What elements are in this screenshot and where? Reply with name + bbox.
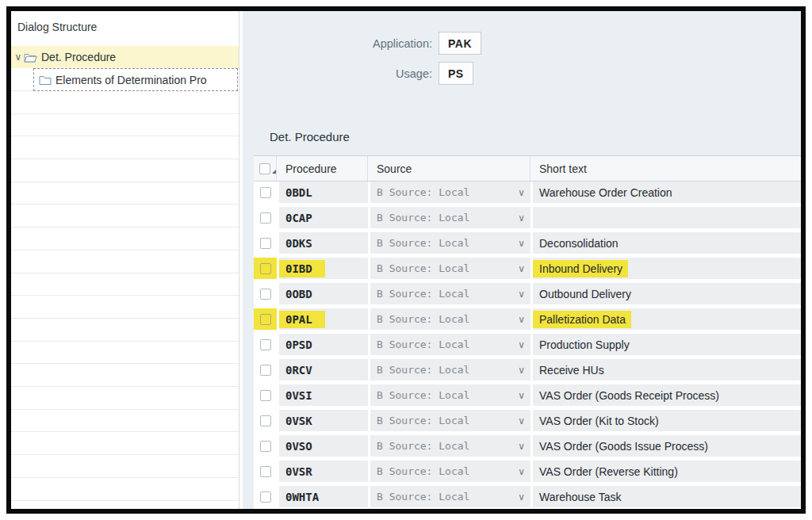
table-row[interactable]: 0RCV B Source: Local∨ Receive HUs — [254, 359, 801, 380]
chevron-down-icon[interactable]: ∨ — [13, 52, 24, 62]
row-select-cell[interactable] — [254, 207, 277, 228]
source-cell[interactable]: B Source: Local∨ — [370, 334, 530, 355]
procedure-cell[interactable]: 0IBD — [279, 258, 368, 279]
row-checkbox[interactable] — [260, 365, 271, 376]
table-row-highlighted[interactable]: 0PAL B Source: Local∨ Palletization Data — [254, 308, 801, 330]
source-cell[interactable]: B Source: Local∨ — [370, 384, 530, 406]
dropdown-chevron-icon[interactable]: ∨ — [518, 340, 525, 350]
procedure-cell[interactable]: 0WHTA — [279, 486, 368, 507]
short-text-cell[interactable] — [533, 207, 801, 228]
dropdown-chevron-icon[interactable]: ∨ — [518, 213, 525, 223]
short-text-cell[interactable]: Warehouse Order Creation — [533, 182, 801, 203]
source-cell[interactable]: B Source: Local∨ — [370, 461, 530, 482]
table-row[interactable]: 0CAP B Source: Local∨ — [254, 207, 801, 228]
procedure-cell[interactable]: 0VSK — [279, 410, 368, 431]
source-cell[interactable]: B Source: Local∨ — [370, 283, 530, 304]
row-select-cell[interactable] — [254, 334, 277, 355]
source-cell[interactable]: B Source: Local∨ — [370, 232, 530, 254]
dropdown-chevron-icon[interactable]: ∨ — [518, 315, 525, 324]
dropdown-chevron-icon[interactable]: ∨ — [518, 416, 525, 426]
row-checkbox[interactable] — [260, 238, 271, 249]
application-field[interactable]: PAK — [439, 32, 481, 55]
short-text-cell[interactable]: VAS Order (Goods Issue Process) — [533, 435, 801, 457]
dropdown-chevron-icon[interactable]: ∨ — [518, 492, 525, 502]
row-select-cell[interactable] — [254, 283, 277, 304]
row-select-cell[interactable] — [254, 410, 277, 431]
source-cell[interactable]: B Source: Local∨ — [370, 435, 530, 457]
table-row[interactable]: 0BDL B Source: Local∨ Warehouse Order Cr… — [254, 182, 801, 203]
table-row[interactable]: 0PSD B Source: Local∨ Production Supply — [254, 334, 801, 355]
source-cell[interactable]: B Source: Local∨ — [370, 308, 530, 330]
procedure-cell[interactable]: 0DKS — [279, 232, 368, 254]
dropdown-chevron-icon[interactable]: ∨ — [518, 442, 525, 451]
source-cell[interactable]: B Source: Local∨ — [370, 486, 530, 507]
table-row[interactable]: 0DKS B Source: Local∨ Deconsolidation — [254, 232, 801, 254]
dropdown-chevron-icon[interactable]: ∨ — [518, 188, 525, 197]
row-checkbox[interactable] — [260, 415, 271, 426]
row-select-cell[interactable] — [254, 384, 277, 406]
usage-field[interactable]: PS — [439, 62, 473, 85]
procedure-cell[interactable]: 0CAP — [279, 207, 368, 228]
table-row[interactable]: 0OBD B Source: Local∨ Outbound Delivery — [254, 283, 801, 304]
source-cell[interactable]: B Source: Local∨ — [370, 207, 530, 228]
row-checkbox[interactable] — [260, 212, 271, 224]
tree-node-det-procedure[interactable]: ∨ Det. Procedure — [11, 46, 239, 68]
procedure-cell[interactable]: 0OBD — [279, 283, 368, 304]
row-select-cell[interactable] — [254, 232, 277, 254]
procedure-cell[interactable]: 0VSO — [279, 435, 368, 457]
dropdown-chevron-icon[interactable]: ∨ — [518, 264, 525, 273]
row-checkbox[interactable] — [260, 314, 271, 325]
row-checkbox[interactable] — [260, 187, 271, 198]
row-select-cell[interactable] — [254, 308, 277, 330]
short-text-cell[interactable]: Warehouse Task — [533, 486, 801, 507]
row-select-cell[interactable] — [254, 461, 277, 482]
row-select-cell[interactable] — [254, 359, 277, 380]
row-checkbox[interactable] — [260, 339, 271, 350]
short-text-cell[interactable]: Palletization Data — [533, 308, 801, 330]
column-header-procedure[interactable]: Procedure — [279, 156, 368, 181]
short-text-cell[interactable]: VAS Order (Goods Receipt Process) — [533, 384, 801, 406]
table-row[interactable]: 0WHTA B Source: Local∨ Warehouse Task — [254, 486, 801, 507]
table-row[interactable]: 0VSI B Source: Local∨ VAS Order (Goods R… — [254, 384, 801, 406]
row-select-cell[interactable] — [254, 435, 277, 457]
short-text-cell[interactable]: Inbound Delivery — [533, 258, 801, 279]
procedure-cell[interactable]: 0RCV — [279, 359, 368, 380]
row-checkbox[interactable] — [260, 289, 271, 300]
dropdown-chevron-icon[interactable]: ∨ — [518, 365, 525, 375]
row-checkbox[interactable] — [260, 263, 271, 274]
table-row[interactable]: 0VSR B Source: Local∨ VAS Order (Reverse… — [254, 461, 801, 482]
column-header-source[interactable]: Source — [370, 156, 530, 181]
row-select-cell[interactable] — [254, 258, 277, 279]
dropdown-chevron-icon[interactable]: ∨ — [518, 467, 525, 476]
row-checkbox[interactable] — [260, 390, 271, 401]
dropdown-chevron-icon[interactable]: ∨ — [518, 391, 525, 400]
short-text-cell[interactable]: Outbound Delivery — [533, 283, 801, 304]
procedure-cell[interactable]: 0PSD — [279, 334, 368, 355]
procedure-cell[interactable]: 0VSR — [279, 461, 368, 482]
source-cell[interactable]: B Source: Local∨ — [370, 258, 530, 279]
short-text-cell[interactable]: Receive HUs — [533, 359, 801, 380]
source-cell[interactable]: B Source: Local∨ — [370, 359, 530, 380]
short-text-cell[interactable]: VAS Order (Reverse Kitting) — [533, 461, 801, 482]
procedure-cell[interactable]: 0VSI — [279, 384, 368, 406]
source-cell[interactable]: B Source: Local∨ — [370, 182, 530, 203]
table-row[interactable]: 0VSK B Source: Local∨ VAS Order (Kit to … — [254, 410, 801, 431]
table-row-highlighted[interactable]: 0IBD B Source: Local∨ Inbound Delivery — [254, 258, 801, 279]
row-checkbox[interactable] — [260, 466, 271, 477]
table-row[interactable]: 0VSO B Source: Local∨ VAS Order (Goods I… — [254, 435, 801, 457]
row-checkbox[interactable] — [260, 491, 271, 503]
column-header-short-text[interactable]: Short text — [533, 156, 801, 181]
short-text-cell[interactable]: Deconsolidation — [533, 232, 801, 254]
short-text-cell[interactable]: Production Supply — [533, 334, 801, 355]
dropdown-chevron-icon[interactable]: ∨ — [518, 239, 525, 248]
tree-node-elements[interactable]: Elements of Determination Pro — [33, 68, 238, 91]
row-checkbox[interactable] — [260, 441, 271, 452]
dropdown-chevron-icon[interactable]: ∨ — [518, 289, 525, 299]
procedure-cell[interactable]: 0BDL — [279, 182, 368, 203]
row-select-cell[interactable] — [254, 486, 277, 507]
select-all-checkbox[interactable] — [259, 163, 270, 174]
short-text-cell[interactable]: VAS Order (Kit to Stock) — [533, 410, 801, 431]
row-select-cell[interactable] — [254, 182, 277, 203]
source-cell[interactable]: B Source: Local∨ — [370, 410, 530, 431]
procedure-cell[interactable]: 0PAL — [279, 308, 368, 330]
